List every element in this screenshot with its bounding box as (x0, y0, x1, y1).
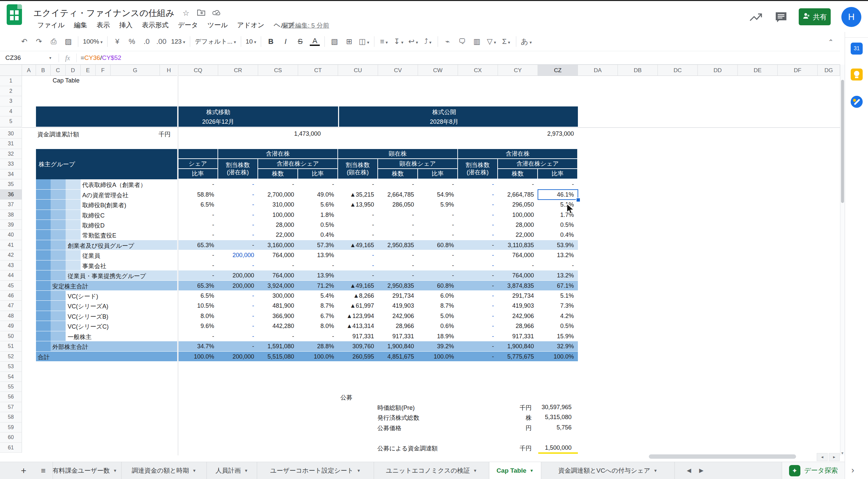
selection-fill-handle[interactable] (576, 198, 581, 202)
data-cell[interactable]: 242,906 (378, 313, 418, 320)
data-cell[interactable]: 4,851,675 (378, 353, 418, 360)
sheets-logo-icon[interactable] (7, 4, 22, 25)
data-cell[interactable]: 5.6% (298, 201, 338, 208)
data-cell[interactable]: - (418, 262, 458, 269)
comment-history-icon[interactable] (775, 11, 787, 23)
data-cell[interactable]: ▲8,266 (338, 293, 378, 299)
row-header-30[interactable]: 30 (0, 129, 22, 139)
data-cell[interactable]: 100.0% (298, 353, 338, 360)
row-header-59[interactable]: 59 (0, 422, 22, 433)
column-header-E[interactable]: E (81, 65, 96, 76)
column-header-DF[interactable]: DF (778, 65, 818, 76)
collapse-toolbar-icon[interactable]: ⌃ (828, 38, 834, 46)
row-header-37[interactable]: 37 (0, 200, 22, 210)
data-cell[interactable]: - (458, 353, 498, 360)
data-cell[interactable]: - (378, 252, 418, 259)
data-cell[interactable]: 2,950,835 (378, 282, 418, 289)
text-color-icon[interactable]: A (310, 37, 320, 46)
data-cell[interactable]: - (418, 211, 458, 218)
data-cell[interactable]: 53.9% (538, 242, 578, 249)
data-cell[interactable]: - (258, 333, 298, 340)
data-cell[interactable]: 100.0% (178, 353, 218, 360)
data-cell[interactable]: 5.4% (298, 293, 338, 299)
column-header-CQ[interactable]: CQ (178, 65, 218, 76)
text-wrap-icon[interactable]: ↩▾ (408, 37, 418, 46)
data-cell[interactable]: - (338, 181, 378, 188)
data-cell[interactable]: 5.9% (418, 201, 458, 208)
currency-format-icon[interactable]: ¥ (112, 37, 122, 46)
data-cell[interactable]: 28,966 (498, 323, 538, 330)
data-cell[interactable]: 57.3% (298, 242, 338, 249)
fill-color-icon[interactable]: ▧ (330, 37, 339, 46)
horizontal-scroll-right-icon[interactable]: ▸ (829, 453, 840, 461)
data-cell[interactable]: - (458, 313, 498, 320)
data-cell[interactable]: 1,591,080 (258, 343, 298, 350)
data-cell[interactable]: 0.5% (298, 221, 338, 229)
data-cell[interactable]: 2,700,000 (258, 191, 298, 198)
data-cell[interactable]: ▲35,215 (338, 191, 378, 198)
data-cell[interactable]: 3,160,000 (258, 242, 298, 249)
redo-icon[interactable]: ↷ (34, 37, 44, 46)
data-cell[interactable]: - (378, 262, 418, 269)
italic-icon[interactable]: I (280, 37, 290, 46)
data-cell[interactable]: 200,000 (218, 252, 258, 259)
data-cell[interactable]: - (458, 282, 498, 289)
menu-挿入[interactable]: 挿入 (119, 21, 132, 30)
add-sheet-button[interactable]: + (13, 462, 34, 479)
column-header-CY[interactable]: CY (498, 65, 538, 76)
corner-box[interactable] (0, 65, 22, 76)
row-header-46[interactable]: 46 (0, 291, 22, 301)
data-cell[interactable]: 6.5% (178, 201, 218, 208)
data-cell[interactable]: 1,900,840 (498, 343, 538, 350)
data-cell[interactable]: 419,903 (378, 302, 418, 309)
data-cell[interactable]: - (458, 272, 498, 279)
data-cell[interactable]: - (178, 211, 218, 218)
data-cell[interactable]: ▲49,165 (338, 282, 378, 289)
data-cell[interactable]: - (218, 232, 258, 239)
data-cell[interactable]: 6.0% (418, 293, 458, 299)
data-cell[interactable]: 3,874,835 (498, 282, 538, 289)
column-header-CW[interactable]: CW (418, 65, 458, 76)
data-cell[interactable]: - (218, 302, 258, 309)
data-cell[interactable]: 242,906 (498, 313, 538, 320)
decrease-decimals-icon[interactable]: .0 (142, 37, 152, 46)
data-cell[interactable]: ▲49,165 (338, 242, 378, 249)
column-header-B[interactable]: B (36, 65, 51, 76)
data-cell[interactable]: - (418, 272, 458, 279)
data-cell[interactable]: 28,000 (498, 221, 538, 229)
data-cell[interactable]: - (418, 221, 458, 229)
row-header-2[interactable]: 2 (0, 86, 22, 97)
row-header-3[interactable]: 3 (0, 96, 22, 106)
data-cell[interactable]: - (458, 221, 498, 229)
data-cell[interactable]: - (258, 262, 298, 269)
data-cell[interactable]: 65.3% (178, 242, 218, 249)
data-cell[interactable]: 22,000 (258, 232, 298, 239)
data-cell[interactable]: - (378, 272, 418, 279)
row-header-39[interactable]: 39 (0, 220, 22, 230)
data-cell[interactable]: 5,515,080 (258, 353, 298, 360)
column-header-F[interactable]: F (96, 65, 111, 76)
data-cell[interactable]: - (218, 333, 258, 340)
data-cell[interactable]: 2,664,785 (498, 191, 538, 198)
row-header-56[interactable]: 56 (0, 392, 22, 402)
column-header-DA[interactable]: DA (578, 65, 618, 76)
row-header-1[interactable]: 1 (0, 76, 22, 86)
column-header-H[interactable]: H (160, 65, 178, 76)
data-cell[interactable]: - (218, 211, 258, 218)
column-header-CV[interactable]: CV (378, 65, 418, 76)
data-cell[interactable]: - (338, 272, 378, 279)
formula-input[interactable]: =CY36/CY$52 (81, 54, 121, 62)
data-cell[interactable]: - (418, 252, 458, 259)
data-cell[interactable]: - (178, 221, 218, 229)
data-cell[interactable]: ▲61,997 (338, 302, 378, 309)
data-cell[interactable]: ▲413,314 (338, 323, 378, 330)
data-cell[interactable]: 10.5% (178, 302, 218, 309)
data-cell[interactable]: 54.9% (418, 191, 458, 198)
last-edit-link[interactable]: 最終編集: 5 分前 (282, 21, 329, 30)
data-cell[interactable]: 3,924,000 (258, 282, 298, 289)
data-cell[interactable]: 100,000 (258, 211, 298, 218)
data-cell[interactable]: 100.0% (418, 353, 458, 360)
vertical-scrollbar-thumb[interactable] (841, 80, 844, 203)
data-cell[interactable]: - (538, 262, 578, 269)
data-cell[interactable]: - (218, 242, 258, 249)
